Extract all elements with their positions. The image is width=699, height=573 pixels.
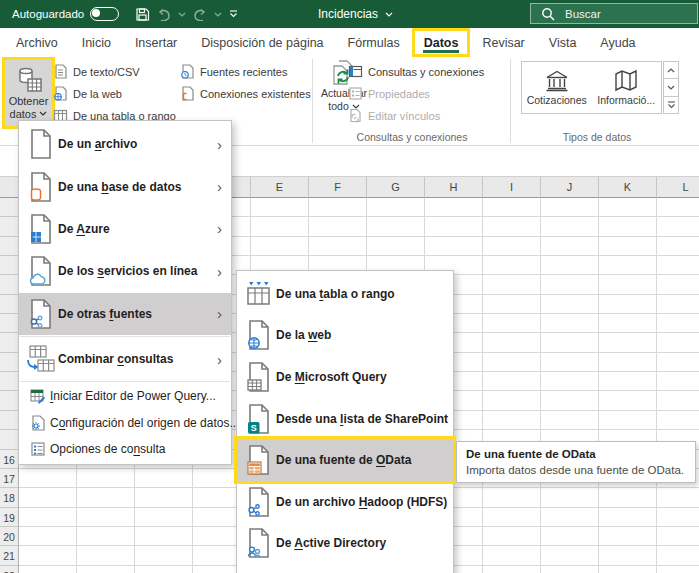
submenu-arrow-icon: › [217, 179, 231, 194]
submenu-item-de-active-directory[interactable]: De Active Directory [237, 523, 453, 565]
redo-dropdown-icon[interactable] [214, 12, 222, 17]
submenu-item-de-un-archivo-hadoop-label: De un archivo Hadoop (HDFS) [276, 495, 453, 509]
autosave-toggle[interactable] [90, 7, 119, 21]
submenu-item-desde-una-lista-de-sharepoint[interactable]: SDesde una lista de SharePoint [237, 398, 453, 440]
doc-globe-icon [242, 320, 276, 350]
doc-grid-icon [242, 362, 276, 392]
ribbon-item-conexiones-existentes[interactable]: Conexiones existentes [180, 85, 311, 102]
menu-item-de-los-servicios-en-linea[interactable]: De los servicios en línea› [19, 250, 231, 292]
ribbon-item-de-la-web[interactable]: De la web [53, 85, 122, 102]
submenu-item-de-active-directory-label: De Active Directory [276, 536, 453, 550]
menu-item-de-un-archivo-label: De un archivo [58, 137, 217, 151]
search-placeholder: Buscar [565, 8, 601, 20]
row-header-20[interactable]: 20 [0, 527, 18, 546]
document-title[interactable]: Incidencias [318, 0, 393, 28]
autosave-control[interactable]: Autoguardado [12, 7, 119, 21]
submenu-item-de-un-archivo-hadoop[interactable]: De un archivo Hadoop (HDFS) [237, 481, 453, 523]
submenu-item-de-la-web[interactable]: De la web [237, 315, 453, 357]
ribbon-item-de-texto-csv[interactable]: De texto/CSV [53, 63, 140, 80]
chevron-down-icon [39, 111, 47, 116]
column-header-k[interactable]: K [599, 177, 657, 198]
chevron-down-icon [667, 85, 675, 90]
menu-item-iniciar-editor-de-power-query[interactable]: Iniciar Editor de Power Query... [19, 383, 231, 409]
column-header-l[interactable]: L [657, 177, 699, 198]
pq-icon [26, 388, 50, 404]
menu-item-de-otras-fuentes[interactable]: De otras fuentes› [19, 293, 231, 335]
submenu-item-de-una-fuente-de-odata[interactable]: De una fuente de OData [237, 439, 453, 481]
customize-quick-access-icon[interactable] [229, 10, 238, 18]
get-data-button[interactable]: Obtener datos [2, 57, 55, 129]
row-header-17[interactable]: 17 [0, 469, 18, 488]
tab-datos[interactable]: Datos [412, 28, 471, 57]
submenu-item-de-una-tabla-o-rango[interactable]: De una tabla o rango [237, 273, 453, 315]
menu-item-de-un-archivo[interactable]: De un archivo› [19, 123, 231, 165]
column-header-f[interactable]: F [309, 177, 367, 198]
column-header-g[interactable]: G [367, 177, 425, 198]
menu-item-opciones-de-consulta[interactable]: Opciones de consulta [19, 436, 231, 462]
data-type-cotizaciones[interactable]: Cotizaciones [522, 62, 592, 113]
get-data-label-line2: datos [10, 108, 37, 120]
row-header-18[interactable]: 18 [0, 489, 18, 508]
menu-item-de-azure-label: De Azure [58, 222, 217, 236]
title-bar: Autoguardado Incidencias Buscar [0, 0, 699, 28]
tab-revisar[interactable]: Revisar [470, 28, 536, 57]
tooltip-body: Importa datos desde una fuente de OData. [466, 464, 686, 476]
document-title-text: Incidencias [318, 7, 378, 21]
row-header-22[interactable]: 22 [0, 566, 18, 573]
submenu-arrow-icon: › [217, 264, 231, 279]
search-input[interactable]: Buscar [530, 3, 698, 24]
gallery-scroll-down-button[interactable] [663, 78, 679, 96]
tab-insertar[interactable]: Insertar [123, 28, 189, 57]
tab-disposicion-de-pagina[interactable]: Disposición de página [189, 28, 335, 57]
submenu-item-de-microsoft-query[interactable]: De Microsoft Query [237, 356, 453, 398]
ribbon-item-de-texto-csv-label: De texto/CSV [73, 66, 140, 78]
submenu-arrow-icon: › [217, 352, 231, 367]
undo-dropdown-icon[interactable] [178, 12, 186, 17]
menu-item-de-una-base-de-datos[interactable]: De una base de datos› [19, 165, 231, 207]
save-icon[interactable] [135, 7, 150, 22]
search-icon [540, 6, 556, 22]
submenu-arrow-icon: › [217, 137, 231, 152]
menu-item-combinar-consultas[interactable]: Combinar consultas› [19, 338, 231, 380]
gallery-scroll-up-button[interactable] [663, 61, 679, 79]
doc-hadoop-icon [242, 487, 276, 517]
undo-icon[interactable] [157, 8, 171, 21]
ribbon-item-fuentes-recientes[interactable]: Fuentes recientes [180, 63, 287, 80]
tab-archivo[interactable]: Archivo [4, 28, 70, 57]
tab-inicio[interactable]: Inicio [70, 28, 123, 57]
select-all-corner[interactable] [0, 177, 19, 198]
bank-icon [544, 69, 570, 93]
excel-window: Autoguardado Incidencias Buscar ArchivoI… [0, 0, 699, 573]
get-data-menu: De un archivo›De una base de datos›De Az… [18, 120, 232, 465]
column-header-h[interactable]: H [425, 177, 483, 198]
ribbon-item-editar-vinculos: Editar vínculos [348, 107, 440, 124]
tab-formulas[interactable]: Fórmulas [336, 28, 412, 57]
row-header-19[interactable]: 19 [0, 508, 18, 527]
tab-ayuda[interactable]: Ayuda [588, 28, 647, 57]
redo-icon[interactable] [193, 8, 207, 21]
menu-item-de-azure[interactable]: De Azure› [19, 208, 231, 250]
doc-odata-icon [242, 445, 276, 475]
column-header-j[interactable]: J [541, 177, 599, 198]
menu-item-configuracion-del-origen-de-datos[interactable]: Configuración del origen de datos... [19, 410, 231, 436]
tab-vista[interactable]: Vista [537, 28, 589, 57]
doc-db-icon [24, 172, 58, 202]
autosave-label: Autoguardado [12, 8, 84, 20]
menu-item-opciones-de-consulta-label: Opciones de consulta [50, 442, 231, 456]
refresh-label-line2: todo [328, 100, 348, 113]
gallery-more-button[interactable] [663, 96, 679, 114]
data-type-cotizaciones-label: Cotizaciones [527, 94, 587, 106]
ribbon-item-fuentes-recientes-label: Fuentes recientes [200, 66, 287, 78]
group-label-data-types: Tipos de datos [515, 131, 679, 143]
get-data-label-line1: Obtener [9, 95, 49, 107]
data-type-informacion[interactable]: Informació... [592, 62, 662, 113]
quick-access-toolbar [135, 7, 238, 22]
ribbon-item-consultas-y-conexiones-label: Consultas y conexiones [368, 66, 484, 78]
column-header-i[interactable]: I [483, 177, 541, 198]
row-header-16[interactable]: 16 [0, 450, 18, 469]
ribbon-item-consultas-y-conexiones[interactable]: Consultas y conexiones [348, 63, 484, 80]
row-header-21[interactable]: 21 [0, 547, 18, 566]
tab-archivo-label: Archivo [16, 36, 58, 50]
file-globe-sm-icon [53, 86, 68, 101]
column-header-e[interactable]: E [251, 177, 309, 198]
